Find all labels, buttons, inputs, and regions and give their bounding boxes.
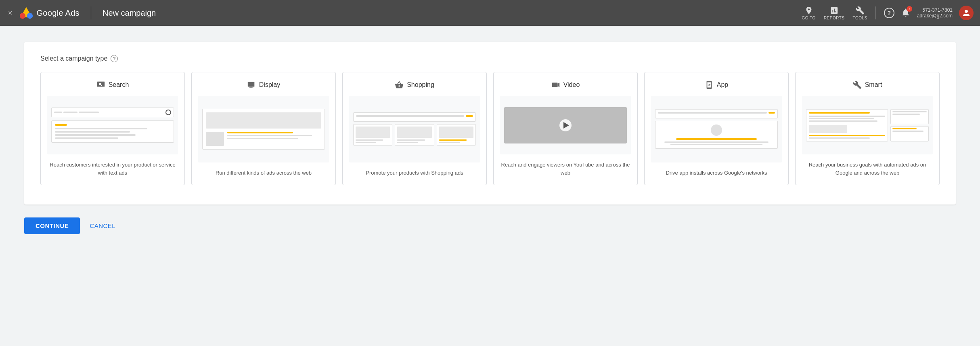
display-card-preview <box>198 96 329 162</box>
shopping-card-label: Shopping <box>407 81 434 89</box>
video-campaign-icon <box>551 80 560 89</box>
campaign-type-smart[interactable]: Smart <box>795 72 940 185</box>
smart-card-label: Smart <box>865 81 882 89</box>
tools-icon <box>856 6 865 15</box>
goto-label: GO TO <box>802 16 816 20</box>
search-card-description: Reach customers interested in your produ… <box>47 161 178 177</box>
reports-nav-item[interactable]: REPORTS <box>824 6 845 20</box>
user-avatar[interactable] <box>959 6 974 20</box>
notification-badge: ! <box>907 6 912 12</box>
app-card-header: App <box>651 80 782 89</box>
header-actions: ? ! 571-371-7801 adrake@g2.com <box>884 6 974 20</box>
app-card-preview <box>651 96 782 162</box>
video-card-preview <box>500 96 631 154</box>
section-help-button[interactable]: ? <box>111 55 118 62</box>
reports-icon <box>830 6 839 15</box>
google-ads-text: Google Ads <box>37 8 80 18</box>
search-campaign-icon <box>96 80 105 89</box>
reports-label: REPORTS <box>824 16 845 20</box>
header-left: × Google Ads New campaign <box>6 6 802 20</box>
shopping-card-header: Shopping <box>349 80 480 89</box>
app-campaign-icon <box>705 80 714 89</box>
search-card-label: Search <box>109 81 129 89</box>
campaign-type-display[interactable]: Display <box>191 72 336 185</box>
tools-nav-item[interactable]: TOOLS <box>853 6 867 20</box>
goto-icon <box>804 6 813 15</box>
app-card-label: App <box>717 81 728 89</box>
svg-rect-6 <box>248 82 255 87</box>
help-button[interactable]: ? <box>884 8 894 18</box>
nav-icons: GO TO REPORTS TOOLS <box>802 6 867 20</box>
search-card-header: Search <box>47 80 178 89</box>
smart-card-description: Reach your business goals with automated… <box>802 161 933 177</box>
campaign-type-search[interactable]: Search <box>40 72 185 185</box>
main-content: Select a campaign type ? Search <box>0 26 980 250</box>
svg-rect-8 <box>249 87 253 88</box>
video-card-label: Video <box>563 81 580 89</box>
cancel-button[interactable]: CANCEL <box>86 217 119 234</box>
header-right: GO TO REPORTS TOOLS ? <box>802 6 974 20</box>
video-card-header: Video <box>500 80 631 89</box>
shopping-card-description: Promote your products with Shopping ads <box>366 169 463 177</box>
campaign-type-app[interactable]: App <box>644 72 789 185</box>
app-card-description: Drive app installs across Google's netwo… <box>666 169 767 177</box>
header-divider <box>91 6 91 19</box>
shopping-card-preview <box>349 96 480 162</box>
display-card-label: Display <box>259 81 280 89</box>
tools-label: TOOLS <box>853 16 867 20</box>
campaign-type-video[interactable]: Video Reach and engage viewers on YouTub… <box>493 72 638 185</box>
page-title: New campaign <box>103 8 156 18</box>
user-info[interactable]: 571-371-7801 adrake@g2.com <box>917 7 953 19</box>
section-title-row: Select a campaign type ? <box>40 55 940 62</box>
svg-point-1 <box>27 13 32 19</box>
google-ads-logo-icon <box>19 6 34 20</box>
user-phone: 571-371-7801 <box>922 7 953 13</box>
google-ads-logo: Google Ads <box>19 6 80 20</box>
smart-card-preview <box>802 96 933 154</box>
app-header: × Google Ads New campaign GO TO <box>0 0 980 26</box>
smart-campaign-icon <box>853 80 862 89</box>
header-vert-divider <box>875 6 876 19</box>
display-campaign-icon <box>247 80 256 89</box>
user-email: adrake@g2.com <box>917 13 953 19</box>
svg-point-4 <box>99 83 101 85</box>
goto-nav-item[interactable]: GO TO <box>802 6 816 20</box>
close-button[interactable]: × <box>6 7 14 19</box>
campaign-types-list: Search <box>40 72 940 185</box>
avatar-icon <box>961 8 971 18</box>
svg-point-2 <box>19 13 25 19</box>
svg-rect-9 <box>552 83 558 87</box>
footer-buttons: CONTINUE CANCEL <box>24 217 956 234</box>
display-card-header: Display <box>198 80 329 89</box>
continue-button[interactable]: CONTINUE <box>24 217 80 234</box>
campaign-type-shopping[interactable]: Shopping <box>342 72 487 185</box>
campaign-type-card: Select a campaign type ? Search <box>24 42 956 205</box>
svg-rect-7 <box>250 87 252 88</box>
smart-card-header: Smart <box>802 80 933 89</box>
shopping-campaign-icon <box>395 80 404 89</box>
display-card-description: Run different kinds of ads across the we… <box>216 169 312 177</box>
search-card-preview <box>47 96 178 154</box>
video-card-description: Reach and engage viewers on YouTube and … <box>500 161 631 177</box>
section-title-text: Select a campaign type <box>40 55 107 62</box>
notifications-button[interactable]: ! <box>901 8 911 19</box>
